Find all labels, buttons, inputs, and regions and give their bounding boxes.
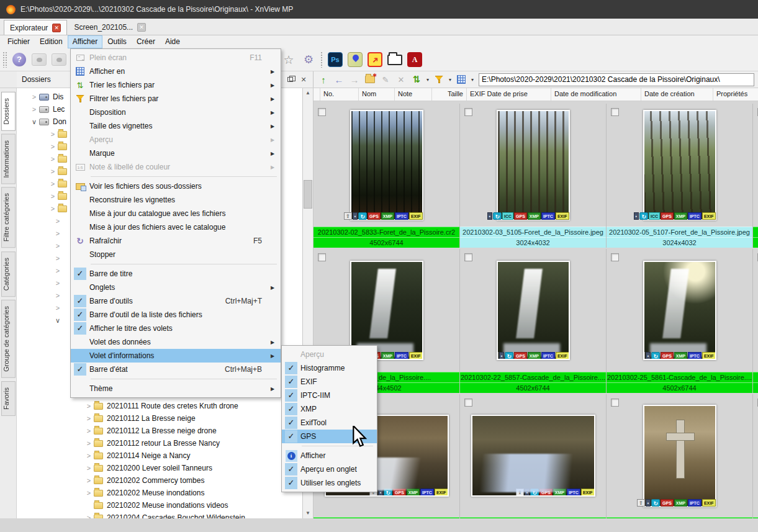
expand-chevron-icon[interactable]: > [48,205,58,212]
menu-item-afficher-le-titre-des-volets[interactable]: ✓Afficher le titre des volets [71,322,281,335]
thumbnail-image[interactable]: ⇧▪↻GPSXMPIPTCEXIF [643,405,716,507]
settings-button[interactable]: ⚙ [300,51,317,68]
tree-folder-20210112-la-bresse-neige[interactable]: >20210112 La Bresse neige [17,412,302,425]
help-button[interactable]: ? [11,51,28,68]
menu-item-trier-les-fichiers-par[interactable]: ⇅Trier les fichiers par▶ [71,78,281,92]
tree-folder-20210202-commercy-tombes[interactable]: >20210202 Commercy tombes [17,474,302,487]
expand-chevron-icon[interactable]: > [53,255,63,262]
menu-item-plein-cran[interactable]: Plein écranF11 [71,51,281,65]
expand-chevron-icon[interactable]: > [84,514,94,518]
sort-dropdown-caret[interactable]: ▾ [425,77,431,83]
file-checkbox[interactable] [318,108,326,116]
filter-dropdown-caret[interactable]: ▾ [447,77,453,83]
file-checkbox[interactable] [611,253,619,261]
thumbnail-image[interactable]: ▪↻ICCGPSXMPIPTCEXIF [643,110,716,220]
file-checkbox[interactable] [611,108,619,116]
new-folder-button[interactable] [363,72,377,87]
tree-folder-20210200-lever-soleil-tanneurs[interactable]: >20210200 Lever soleil Tanneurs [17,462,302,474]
expand-chevron-icon[interactable]: > [84,464,94,472]
expand-chevron-icon[interactable]: > [48,143,58,150]
file-checkbox[interactable] [464,108,472,116]
expand-chevron-icon[interactable]: > [84,402,94,410]
menu-item-taille-des-vignettes[interactable]: Taille des vignettes▶ [71,119,281,133]
tree-folder-20210202-meuse-inondations[interactable]: >20210202 Meuse inondations [17,487,302,499]
file-cell[interactable]: ⇧▪↻GPSXMPIPTCEXIF20210302-02_5833-Foret_… [314,104,460,248]
menubar-item-edition[interactable]: Edition [35,35,68,48]
scrollbar-thumb[interactable] [304,180,312,209]
thumbnail-image[interactable]: ⇧▪↻GPSXMPIPTCEXIF [471,415,595,497]
xnconvert-button[interactable] [366,51,384,68]
menu-item-mise-jour-du-catalogue-avec-les-fichiers[interactable]: Mise à jour du catalogue avec les fichie… [71,207,281,220]
expand-chevron-icon[interactable]: > [48,155,58,163]
menu-item-reconstruire-les-vignettes[interactable]: Reconstruire les vignettes [71,193,281,207]
menu-item-disposition[interactable]: Disposition▶ [71,106,281,119]
menubar-item-outils[interactable]: Outils [102,35,132,48]
tree-folder-20210202-meuse-inondations-videos[interactable]: 20210202 Meuse inondations videos [17,499,302,512]
tab-explorateur[interactable]: Explorateur✕ [4,20,67,35]
menu-item-barre-d-outil-de-la-liste-des-fichiers[interactable]: ✓Barre d'outil de la liste des fichiers [71,308,281,322]
collapse-chevron-icon[interactable]: ∨ [29,118,39,126]
menu-item-histogramme[interactable]: ✓Histogramme [282,361,377,375]
menu-item-note-libell-de-couleur[interactable]: 1-5Note & libellé de couleur▶ [71,160,281,174]
column-header-nom[interactable]: Nom [359,88,395,101]
file-cell[interactable]: ⇧▪↻GPSXMPIPTCEXIF20210302-25_5861-Cascad… [607,249,753,393]
tree-folder-20210111-route-des-cretes-kruth-drone[interactable]: >20210111 Route des cretes Kruth drone [17,400,302,412]
menu-item-barre-d-outils[interactable]: ✓Barre d'outilsCtrl+Maj+T [71,294,281,308]
thumbnail-image[interactable]: ⇧▪↻GPSXMPIPTCEXIF [643,261,716,360]
expand-chevron-icon[interactable]: > [29,106,39,113]
thumbnail-image[interactable]: ⇧▪↻GPSXMPIPTCEXIF [350,110,423,220]
menu-item-barre-de-titre[interactable]: ✓Barre de titre [71,267,281,281]
menu-item-onglets[interactable]: Onglets▶ [71,281,281,294]
favorites-button[interactable]: ☆ [280,51,297,68]
scroll-up-icon[interactable]: ▲ [303,88,313,98]
menu-item-mise-jour-des-fichiers-avec-le-catalogue[interactable]: Mise à jour des fichiers avec le catalog… [71,220,281,234]
expand-chevron-icon[interactable]: > [84,489,94,497]
geo-map-button[interactable] [346,51,364,68]
delete-button[interactable]: ✕ [394,72,408,87]
menubar-item-aide[interactable]: Aide [160,35,185,48]
thumbnail-image[interactable]: ⇧▪↻GPSXMPIPTCEXIF [497,261,570,360]
expand-chevron-icon[interactable]: > [48,130,58,138]
expand-chevron-icon[interactable]: > [48,180,58,187]
tree-folder-20210114-neige-a-nancy[interactable]: >20210114 Neige a Nancy [17,449,302,462]
file-cell-partial[interactable] [753,104,758,248]
file-cell-partial[interactable] [753,394,758,518]
sidebar-tab-groupe-de-cat-gories[interactable]: Groupe de catégories [1,300,16,378]
column-header-no[interactable]: No. [320,88,359,101]
toolbar-grip[interactable] [2,52,7,68]
expand-chevron-icon[interactable]: > [84,477,94,484]
sidebar-tab-favoris[interactable]: Favoris [1,381,16,416]
open-folder-button[interactable] [386,51,404,68]
column-header-date-de-modification[interactable]: Date de modification [551,88,641,101]
filter-button[interactable] [431,72,446,87]
expand-chevron-icon[interactable]: > [84,427,94,435]
scroll-down-icon[interactable]: ▼ [303,508,313,518]
expand-chevron-icon[interactable]: > [53,230,63,237]
rename-button[interactable]: ✎ [378,72,393,87]
sidebar-tab-cat-gories[interactable]: Catégories [1,251,16,297]
menubar-item-cr-er[interactable]: Créer [132,35,160,48]
forward-button[interactable]: → [347,72,362,87]
menu-item-xmp[interactable]: ✓XMP [282,402,377,416]
file-checkbox[interactable] [464,253,472,261]
file-checkbox[interactable] [611,399,619,407]
view-mode-button[interactable] [454,72,469,87]
expand-chevron-icon[interactable]: > [53,267,63,274]
convert-button[interactable] [50,51,68,68]
expand-chevron-icon[interactable]: > [53,242,63,250]
menu-item-aper-u[interactable]: Aperçu [282,348,377,361]
sidebar-tab-dossiers[interactable]: Dossiers [1,92,16,131]
menu-item-th-me[interactable]: Thème▶ [71,382,281,395]
close-tab-icon[interactable]: ✕ [137,23,146,32]
menubar-item-afficher[interactable]: Afficher [68,35,102,48]
column-header-exif-date-de-prise[interactable]: EXIF Date de prise [467,88,551,101]
expand-chevron-icon[interactable]: > [48,192,58,200]
menu-item-rafra-chir[interactable]: ↻RafraîchirF5 [71,234,281,248]
back-button[interactable]: ← [332,72,346,87]
column-header-note[interactable]: Note [395,88,432,101]
expand-chevron-icon[interactable]: > [53,217,63,225]
file-checkbox[interactable] [464,399,472,407]
thumbnail-image[interactable]: ▪↻ICCGPSXMPIPTCEXIF [497,110,570,220]
column-header-propri-t-s[interactable]: Propriétés [713,88,758,101]
expand-chevron-icon[interactable]: > [29,93,39,101]
